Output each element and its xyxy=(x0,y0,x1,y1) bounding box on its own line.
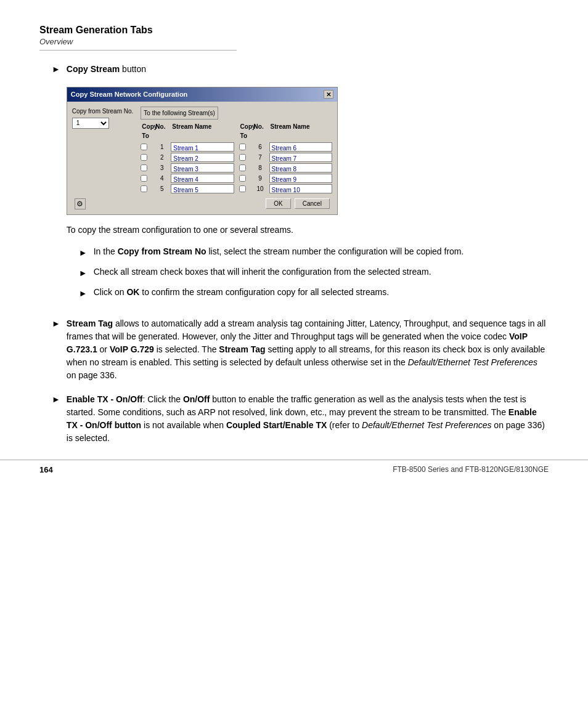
copy-from-label: Copy from Stream No. xyxy=(72,107,133,116)
streams-col-left: Copy To No. Stream Name 1 Stream xyxy=(141,122,234,195)
footer-page-number: 164 xyxy=(39,465,53,474)
dialog-buttons: OK Cancel xyxy=(266,198,330,209)
copy-from-select[interactable]: 1 xyxy=(72,118,109,129)
stream-8-number: 8 xyxy=(253,163,268,172)
ok-button[interactable]: OK xyxy=(266,198,290,209)
page-subtitle: Overview xyxy=(39,37,549,46)
copy-from-bold: Copy from Stream No xyxy=(118,246,206,256)
stream-1-checkbox[interactable] xyxy=(141,144,147,150)
cancel-button[interactable]: Cancel xyxy=(295,198,330,209)
page: Stream Generation Tabs Overview ► Copy S… xyxy=(0,0,588,493)
enable-tx-heading: Enable TX - On/Off xyxy=(67,394,143,404)
stream-5-checkbox[interactable] xyxy=(141,185,147,192)
stream-row-7: 7 Stream 7 xyxy=(239,153,332,162)
dialog-top-row: Copy from Stream No. 1 To the following … xyxy=(72,107,332,195)
stream-7-number: 7 xyxy=(253,153,268,162)
footer-product: FTB-8500 Series and FTB-8120NGE/8130NGE xyxy=(393,465,549,474)
sub-bullet-arrow-2: ► xyxy=(79,267,88,280)
streams-grid: Copy To No. Stream Name 1 Stream xyxy=(141,122,332,195)
stream-7-checkbox[interactable] xyxy=(239,154,246,161)
stream-row-6: 6 Stream 6 xyxy=(239,142,332,152)
dialog-body: Copy from Stream No. 1 To the following … xyxy=(67,102,337,214)
copy-stream-bold: Copy Stream xyxy=(67,64,120,74)
stream-row-10: 10 Stream 10 xyxy=(239,184,332,193)
col-header-right: Copy To No. Stream Name xyxy=(239,122,332,140)
copy-stream-bullet: ► Copy Stream button Copy Stream Network… xyxy=(52,63,549,306)
dialog-info-icon: ⚙ xyxy=(75,198,86,209)
page-footer: 164 FTB-8500 Series and FTB-8120NGE/8130… xyxy=(0,460,588,474)
stream-row-4: 4 Stream 4 xyxy=(141,174,234,183)
stream-9-number: 9 xyxy=(253,174,268,183)
dialog-titlebar: Copy Stream Network Configuration ✕ xyxy=(67,87,337,102)
sub-bullet-arrow-1: ► xyxy=(79,246,88,259)
col-no-left: No. xyxy=(155,122,171,140)
dialog-close-button[interactable]: ✕ xyxy=(324,90,333,99)
stream-row-9: 9 Stream 9 xyxy=(239,174,332,183)
enable-tx-content: Enable TX - On/Off: Click the On/Off but… xyxy=(67,393,549,445)
sub-bullet-2-text: Check all stream check boxes that will i… xyxy=(94,266,549,278)
stream-10-name: Stream 10 xyxy=(269,184,332,193)
bullet-arrow-enable-tx: ► xyxy=(52,394,60,404)
bullet-arrow-stream-tag: ► xyxy=(52,318,60,328)
stream-tag-heading: Stream Tag xyxy=(67,318,113,328)
stream-tag-bullet: ► Stream Tag allows to automatically add… xyxy=(52,317,549,382)
header-rule xyxy=(39,50,237,51)
streams-col-right: Copy To No. Stream Name 6 Stream xyxy=(239,122,332,195)
voip2-bold: VoIP G.729 xyxy=(110,344,154,354)
dialog-wrapper: Copy Stream Network Configuration ✕ Copy… xyxy=(67,87,549,215)
stream-3-name: Stream 3 xyxy=(171,163,234,172)
stream-2-number: 2 xyxy=(154,153,169,162)
page-header: Stream Generation Tabs Overview xyxy=(39,25,549,51)
stream-2-checkbox[interactable] xyxy=(141,154,147,161)
copy-stream-heading: Copy Stream button xyxy=(67,64,146,74)
copy-stream-desc: To copy the stream configuration to one … xyxy=(67,224,549,237)
col-header-left: Copy To No. Stream Name xyxy=(141,122,234,140)
stream-4-checkbox[interactable] xyxy=(141,175,147,182)
stream-tag-text: allows to automatically add a stream ana… xyxy=(67,318,545,380)
on-off-bold: On/Off xyxy=(183,394,210,404)
content-area: ► Copy Stream button Copy Stream Network… xyxy=(39,63,549,445)
dialog-title: Copy Stream Network Configuration xyxy=(71,89,187,100)
stream-row-2: 2 Stream 2 xyxy=(141,153,234,162)
stream-row-3: 3 Stream 3 xyxy=(141,163,234,172)
stream-tag-italic-ref: Default/Ethernet Test Preferences xyxy=(408,357,537,367)
stream-5-number: 5 xyxy=(154,184,169,193)
stream-6-checkbox[interactable] xyxy=(239,144,246,150)
stream-tag-content: Stream Tag allows to automatically add a… xyxy=(67,317,549,382)
coupled-start-bold: Coupled Start/Enable TX xyxy=(226,420,327,430)
stream-6-name: Stream 6 xyxy=(269,142,332,152)
stream-row-1: 1 Stream 1 xyxy=(141,142,234,152)
col-name-right: Stream Name xyxy=(271,122,331,140)
stream-6-number: 6 xyxy=(253,142,268,152)
sub-bullet-2: ► Check all stream check boxes that will… xyxy=(79,266,549,280)
sub-bullet-1-text: In the Copy from Stream No list, select … xyxy=(94,245,549,258)
stream-3-number: 3 xyxy=(154,163,169,172)
sub-bullet-3: ► Click on OK to confirm the stream conf… xyxy=(79,286,549,300)
stream-1-name: Stream 1 xyxy=(171,142,234,152)
sub-bullet-3-text: Click on OK to confirm the stream config… xyxy=(94,286,549,299)
copy-from-section: Copy from Stream No. 1 xyxy=(72,107,133,129)
stream-3-checkbox[interactable] xyxy=(141,164,147,171)
sub-bullet-1: ► In the Copy from Stream No list, selec… xyxy=(79,245,549,259)
col-name-left: Stream Name xyxy=(172,122,232,140)
stream-8-checkbox[interactable] xyxy=(239,164,246,171)
stream-9-name: Stream 9 xyxy=(269,174,332,183)
sub-bullet-arrow-3: ► xyxy=(79,287,88,300)
stream-8-name: Stream 8 xyxy=(269,163,332,172)
copy-stream-content: Copy Stream button Copy Stream Network C… xyxy=(67,63,549,306)
col-no-right: No. xyxy=(254,122,269,140)
page-title: Stream Generation Tabs xyxy=(39,25,549,36)
col-copy-to-left: Copy To xyxy=(142,122,154,140)
stream-row-5: 5 Stream 5 xyxy=(141,184,234,193)
stream-10-checkbox[interactable] xyxy=(239,185,246,192)
copy-stream-sub-bullets: ► In the Copy from Stream No list, selec… xyxy=(79,245,549,300)
stream-5-name: Stream 5 xyxy=(171,184,234,193)
streams-section-label: To the following Stream(s) xyxy=(141,107,218,120)
stream-4-number: 4 xyxy=(154,174,169,183)
col-copy-to-right: Copy To xyxy=(240,122,253,140)
stream-9-checkbox[interactable] xyxy=(239,175,246,182)
copy-stream-dialog: Copy Stream Network Configuration ✕ Copy… xyxy=(67,87,338,215)
enable-tx-bullet: ► Enable TX - On/Off: Click the On/Off b… xyxy=(52,393,549,445)
stream-10-number: 10 xyxy=(253,184,268,193)
stream-tag-ref-bold: Stream Tag xyxy=(219,344,265,354)
